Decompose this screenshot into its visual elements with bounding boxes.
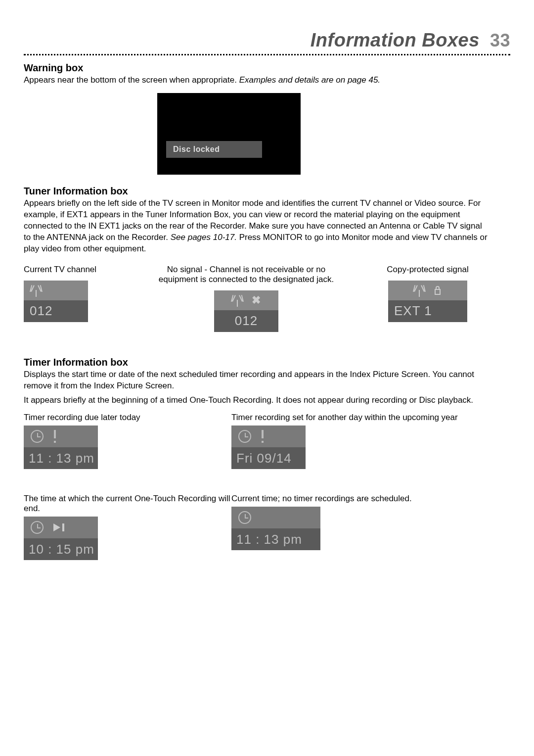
page-header: Information Boxes 33 — [24, 30, 510, 53]
page: Information Boxes 33 Warning box Appears… — [0, 0, 534, 756]
title-divider — [24, 54, 510, 55]
x-icon: ✖ — [252, 294, 261, 307]
timer-box-current-time: 11 : 13 pm — [231, 507, 320, 550]
timer-cell-today: Timer recording due later today 11 : 13 … — [24, 413, 231, 469]
timer-cell-otr-end: The time at which the current One-Touch … — [24, 494, 231, 560]
warning-screenshot: Disc locked — [157, 93, 301, 175]
exclamation-icon — [261, 430, 264, 443]
tuner-box-top: ✖ — [214, 290, 278, 310]
clock-icon — [31, 430, 44, 443]
timer-c2-label: Timer recording set for another day with… — [231, 413, 510, 423]
skip-end-icon — [53, 522, 66, 533]
timer-grid: Timer recording due later today 11 : 13 … — [24, 413, 510, 560]
exclamation-icon — [53, 430, 56, 443]
tuner-box-current-channel: 012 — [24, 281, 88, 322]
timer-c4-value: 11 : 13 pm — [231, 528, 320, 550]
warning-bar: Disc locked — [166, 141, 262, 158]
lock-icon — [434, 286, 442, 295]
clock-icon — [238, 511, 251, 524]
timer-c3-label: The time at which the current One-Touch … — [24, 494, 231, 514]
timer-c3-value: 10 : 15 pm — [24, 538, 98, 560]
timer-c4-label: Current time; no timer recordings are sc… — [231, 494, 510, 504]
page-title: Information Boxes — [311, 30, 480, 50]
timer-heading: Timer Information box — [24, 357, 510, 368]
warning-heading: Warning box — [24, 62, 510, 74]
timer-box-otr-end: 10 : 15 pm — [24, 517, 98, 560]
tuner-box-top — [388, 281, 467, 300]
tuner-mid-label: No signal - Channel is not receivable or… — [147, 265, 345, 284]
tuner-right-value: EXT 1 — [388, 300, 467, 322]
warning-desc: Appears near the bottom of the screen wh… — [24, 75, 489, 86]
timer-p1: Displays the start time or date of the n… — [24, 369, 489, 392]
tuner-col-mid: No signal - Channel is not receivable or… — [147, 265, 345, 332]
timer-c2-value: Fri 09/14 — [231, 447, 306, 469]
tuner-desc: Appears briefly on the left side of the … — [24, 198, 489, 255]
timer-box-today: 11 : 13 pm — [24, 425, 98, 469]
tuner-box-top — [24, 281, 88, 300]
tuner-box-copy-protected: EXT 1 — [388, 281, 467, 322]
timer-p2: It appears briefly at the beginning of a… — [24, 395, 489, 406]
timer-box-other-day: Fri 09/14 — [231, 425, 306, 469]
timer-cell-other-day: Timer recording set for another day with… — [231, 413, 510, 469]
antenna-icon — [414, 284, 425, 297]
clock-icon — [31, 521, 44, 534]
tuner-left-value: 012 — [24, 300, 88, 322]
antenna-icon — [31, 284, 42, 297]
antenna-icon — [232, 294, 243, 307]
tuner-left-label: Current TV channel — [24, 265, 147, 275]
tuner-box-no-signal: ✖ 012 — [214, 290, 278, 332]
tuner-col-left: Current TV channel 012 — [24, 265, 147, 332]
tuner-heading: Tuner Information box — [24, 186, 510, 197]
tuner-right-label: Copy-protected signal — [345, 265, 510, 275]
timer-c1-label: Timer recording due later today — [24, 413, 231, 423]
timer-c1-value: 11 : 13 pm — [24, 447, 98, 469]
tuner-examples-row: Current TV channel 012 No signal - Chann… — [24, 265, 510, 332]
clock-icon — [238, 430, 251, 443]
tuner-col-right: Copy-protected signal EXT 1 — [345, 265, 510, 332]
timer-cell-current-time: Current time; no timer recordings are sc… — [231, 494, 510, 560]
page-number: 33 — [490, 30, 510, 50]
tuner-mid-value: 012 — [214, 310, 278, 332]
